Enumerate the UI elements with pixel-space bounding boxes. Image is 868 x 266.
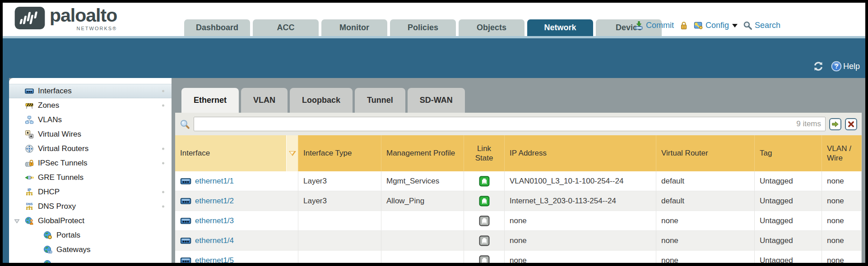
tab-acc[interactable]: ACC — [253, 19, 319, 36]
interface-link[interactable]: ethernet1/5 — [195, 256, 234, 263]
ethernet-interface-icon — [180, 217, 191, 225]
tab-policies[interactable]: Policies — [390, 19, 456, 36]
help-button[interactable]: ? Help — [831, 61, 860, 72]
sidebar-item-dhcp[interactable]: IPDHCP — [9, 185, 172, 199]
tag-cell: Untagged — [755, 251, 822, 263]
item-dot — [162, 191, 164, 193]
portals-icon — [43, 231, 52, 240]
zones-icon — [25, 101, 34, 110]
table-row[interactable]: ethernet1/3nonenoneUntaggednone — [175, 211, 862, 231]
ip-address-cell: Internet_L3_203-0-113-254--24 — [505, 191, 656, 211]
sort-dropdown-button[interactable] — [286, 135, 298, 171]
column-header-tag[interactable]: Tag — [755, 135, 822, 171]
interface-link[interactable]: ethernet1/1 — [195, 177, 234, 186]
search-button[interactable]: Search — [743, 21, 780, 30]
help-icon: ? — [831, 61, 842, 72]
column-header-interface[interactable]: Interface — [175, 135, 298, 171]
column-header-management-profile[interactable]: Management Profile — [381, 135, 464, 171]
sidebar-item-label: Gateways — [56, 245, 91, 254]
table-row[interactable]: ethernet1/5nonenoneUntaggednone — [175, 251, 862, 263]
virtual-router-cell: none — [656, 251, 755, 263]
svg-text:DNS: DNS — [26, 202, 33, 206]
chevron-down-icon — [732, 24, 738, 30]
tab-network[interactable]: Network — [527, 19, 593, 36]
interface-link[interactable]: ethernet1/3 — [195, 216, 234, 225]
ethernet-interface-icon — [180, 197, 191, 205]
column-header-link-state[interactable]: Link State — [464, 135, 505, 171]
interface-type-cell: Layer3 — [298, 191, 381, 211]
main-panel: EthernetVLANLoopbackTunnelSD-WAN 9 items… — [172, 78, 865, 263]
tab-monitor[interactable]: Monitor — [321, 19, 387, 36]
svg-text:IP: IP — [28, 188, 31, 192]
sidebar-item-portals[interactable]: Portals — [9, 228, 172, 243]
clear-filter-button[interactable] — [845, 118, 857, 130]
item-dot — [162, 90, 164, 92]
table-row[interactable]: ethernet1/1Layer3Mgmt_ServicesVLAN0100_L… — [175, 171, 862, 191]
clear-x-icon — [847, 120, 855, 128]
interfaces-icon — [25, 87, 34, 96]
item-dot — [162, 148, 164, 150]
sidebar-item-zones[interactable]: Zones — [9, 98, 172, 113]
tab-dashboard[interactable]: Dashboard — [184, 19, 250, 36]
ethernet-interface-icon — [180, 178, 191, 185]
interface-cell: ethernet1/3 — [175, 211, 298, 231]
column-header-vlan-wire[interactable]: VLAN / Wire — [822, 135, 862, 171]
sidebar-item-virtual-wires[interactable]: Virtual Wires — [9, 127, 172, 142]
config-menu-button[interactable]: Config — [694, 21, 738, 30]
link-state-cell — [464, 171, 505, 191]
subtab-ethernet[interactable]: Ethernet — [181, 88, 239, 113]
virtual-router-cell: none — [656, 231, 755, 251]
virtual-router-cell: default — [656, 191, 755, 211]
refresh-icon[interactable] — [813, 61, 824, 72]
interface-link[interactable]: ethernet1/4 — [195, 236, 234, 245]
sidebar-item-label: VLANs — [38, 115, 62, 124]
item-dot — [162, 206, 164, 208]
tag-cell: Untagged — [755, 231, 822, 251]
management-profile-cell — [381, 251, 464, 263]
sidebar-item-gre-tunnels[interactable]: GRE Tunnels — [9, 170, 172, 185]
ip-address-cell: none — [505, 211, 656, 231]
tab-objects[interactable]: Objects — [459, 19, 525, 36]
table-row[interactable]: ethernet1/4nonenoneUntaggednone — [175, 231, 862, 251]
pan-os-app: paloalto NETWORKS® DashboardACCMonitorPo… — [3, 3, 865, 263]
sidebar-item-partial[interactable] — [9, 257, 172, 263]
subtab-loopback[interactable]: Loopback — [290, 88, 353, 113]
sidebar-item-interfaces[interactable]: Interfaces — [9, 84, 172, 98]
sidebar-item-label: DHCP — [38, 188, 60, 197]
link-state-cell — [464, 211, 505, 231]
top-actions: Commit Config Search — [634, 21, 780, 30]
go-arrow-icon — [831, 120, 840, 128]
ip-address-cell: none — [505, 251, 656, 263]
column-header-interface-type[interactable]: Interface Type — [298, 135, 381, 171]
search-icon — [743, 21, 752, 30]
dns-proxy-icon: DNS — [25, 202, 34, 211]
subtab-sd-wan[interactable]: SD-WAN — [408, 88, 465, 113]
sort-arrow-icon — [289, 151, 296, 156]
sidebar-item-vlans[interactable]: VLANs — [9, 113, 172, 127]
tag-cell: Untagged — [755, 171, 822, 191]
sidebar-item-globalprotect[interactable]: GlobalProtect — [9, 214, 172, 228]
subtab-vlan[interactable]: VLAN — [241, 88, 288, 113]
top-bar: paloalto NETWORKS® DashboardACCMonitorPo… — [3, 3, 865, 36]
dhcp-icon: IP — [25, 188, 34, 197]
sidebar-item-dns-proxy[interactable]: DNSDNS Proxy — [9, 199, 172, 214]
column-header-ip-address[interactable]: IP Address — [505, 135, 656, 171]
subtab-tunnel[interactable]: Tunnel — [355, 88, 405, 113]
commit-button[interactable]: Commit — [634, 21, 674, 30]
filter-input[interactable] — [194, 117, 826, 131]
lock-icon[interactable] — [679, 21, 688, 30]
column-header-virtual-router[interactable]: Virtual Router — [656, 135, 755, 171]
interface-link[interactable]: ethernet1/2 — [195, 197, 234, 206]
vlan-wire-cell: none — [822, 231, 862, 251]
sidebar-item-ipsec-tunnels[interactable]: IPSec Tunnels — [9, 156, 172, 170]
interface-type-cell: Layer3 — [298, 171, 381, 191]
table-row[interactable]: ethernet1/2Layer3Allow_PingInternet_L3_2… — [175, 191, 862, 211]
expander-down-icon[interactable] — [14, 218, 20, 224]
interface-type-cell — [298, 251, 381, 263]
item-dot — [162, 162, 164, 165]
sidebar-item-gateways[interactable]: Gateways — [9, 243, 172, 257]
vlans-icon — [25, 115, 34, 124]
sidebar-item-virtual-routers[interactable]: Virtual Routers — [9, 142, 172, 156]
interface-type-cell — [298, 211, 381, 231]
apply-filter-button[interactable] — [829, 118, 841, 130]
